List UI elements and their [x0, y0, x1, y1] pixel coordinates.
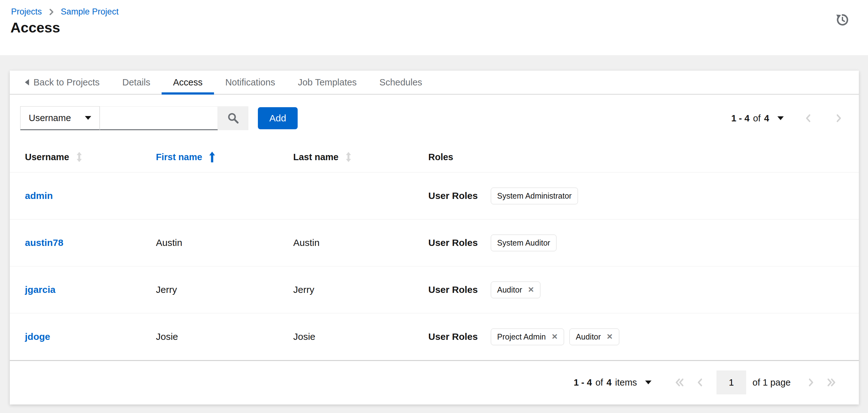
app-root: Projects Sample Project Access Back to P…	[0, 0, 868, 413]
current-page-input[interactable]	[716, 371, 746, 394]
tab-back-label: Back to Projects	[33, 77, 100, 88]
per-page-caret-icon[interactable]	[777, 116, 784, 120]
content-card: Back to Projects Details Access Notifica…	[10, 71, 859, 405]
page-title: Access	[10, 20, 60, 36]
role-chip: Auditor ✕	[491, 281, 540, 298]
footer-pagination-range: 1 - 4	[574, 377, 592, 388]
breadcrumb-link-projects[interactable]: Projects	[11, 7, 42, 17]
table-row: jdoge Josie Josie User Roles Project Adm…	[10, 313, 859, 360]
column-header-username[interactable]: Username	[25, 151, 156, 163]
role-category-label: User Roles	[428, 191, 491, 201]
sort-ascending-icon[interactable]	[209, 151, 216, 163]
tab-bar: Back to Projects Details Access Notifica…	[10, 71, 859, 95]
remove-role-icon[interactable]: ✕	[551, 333, 558, 341]
search-input[interactable]	[100, 106, 218, 130]
footer-pagination-summary: 1 - 4 of 4 items	[574, 377, 637, 388]
sort-updown-icon[interactable]	[345, 151, 352, 163]
prev-page-button[interactable]	[793, 112, 824, 124]
search-button[interactable]	[218, 106, 248, 130]
last-name-cell: Josie	[293, 331, 428, 342]
tab-job-templates[interactable]: Job Templates	[287, 71, 368, 94]
table-footer: 1 - 4 of 4 items of 1 page	[10, 360, 859, 404]
first-name-cell: Josie	[156, 331, 293, 342]
column-header-last-name[interactable]: Last name	[293, 151, 428, 163]
role-chip: Auditor ✕	[569, 329, 619, 345]
next-page-button[interactable]	[801, 377, 821, 388]
first-name-cell: Austin	[156, 237, 293, 248]
user-link-jdoge[interactable]: jdoge	[25, 331, 50, 342]
tab-schedules[interactable]: Schedules	[368, 71, 433, 94]
top-pagination-summary: 1 - 4 of 4	[731, 113, 769, 124]
column-header-roles: Roles	[428, 152, 859, 162]
breadcrumb: Projects Sample Project	[11, 7, 119, 17]
roles-cell: User Roles System Auditor	[428, 235, 859, 251]
top-pagination: 1 - 4 of 4	[731, 112, 854, 124]
role-category-label: User Roles	[428, 237, 491, 248]
filter-type-value: Username	[29, 113, 71, 123]
items-per-page-caret-icon[interactable]	[645, 381, 651, 384]
first-name-cell: Jerry	[156, 284, 293, 295]
remove-role-icon[interactable]: ✕	[607, 333, 613, 341]
tab-back-to-projects[interactable]: Back to Projects	[13, 71, 111, 94]
last-page-button[interactable]	[821, 377, 841, 388]
tab-access[interactable]: Access	[162, 71, 214, 94]
first-page-button[interactable]	[670, 377, 690, 388]
top-pagination-of: of	[753, 113, 761, 124]
sort-updown-icon[interactable]	[75, 151, 83, 163]
history-button[interactable]	[835, 12, 850, 27]
footer-pagination-total: 4	[607, 377, 612, 388]
tab-notifications[interactable]: Notifications	[214, 71, 287, 94]
next-page-button[interactable]	[824, 112, 854, 124]
toolbar: Username Add 1 - 4 of	[10, 95, 859, 142]
page-header: Projects Sample Project Access	[0, 0, 868, 55]
table-row: jgarcia Jerry Jerry User Roles Auditor ✕	[10, 266, 859, 313]
table-row: admin User Roles System Administrator	[10, 172, 859, 219]
user-link-jgarcia[interactable]: jgarcia	[25, 284, 56, 295]
table-row: austin78 Austin Austin User Roles System…	[10, 219, 859, 266]
role-category-label: User Roles	[428, 331, 491, 342]
column-header-first-name[interactable]: First name	[156, 151, 293, 163]
roles-cell: User Roles Project Admin ✕ Auditor ✕	[428, 329, 859, 345]
last-name-cell: Jerry	[293, 284, 428, 295]
search-icon	[227, 112, 240, 125]
add-button[interactable]: Add	[258, 107, 298, 129]
search-group: Username	[20, 106, 248, 130]
role-chip: System Auditor	[491, 235, 556, 251]
chevron-down-icon	[85, 116, 91, 120]
user-link-austin78[interactable]: austin78	[25, 237, 63, 248]
breadcrumb-separator-icon	[49, 8, 54, 16]
top-pagination-total: 4	[764, 113, 769, 124]
user-link-admin[interactable]: admin	[25, 191, 53, 201]
top-pagination-range: 1 - 4	[731, 113, 750, 124]
roles-cell: User Roles System Administrator	[428, 187, 859, 204]
footer-pagination-items: items	[615, 377, 637, 388]
last-name-cell: Austin	[293, 237, 428, 248]
tab-details[interactable]: Details	[111, 71, 162, 94]
remove-role-icon[interactable]: ✕	[528, 286, 534, 294]
back-arrow-icon	[25, 79, 29, 85]
breadcrumb-link-sample-project[interactable]: Sample Project	[61, 7, 119, 17]
footer-pagination-of: of	[595, 377, 603, 388]
history-icon	[835, 23, 850, 28]
role-chip: System Administrator	[491, 187, 578, 204]
roles-cell: User Roles Auditor ✕	[428, 281, 859, 298]
filter-type-select[interactable]: Username	[20, 106, 100, 130]
page-count-label: of 1 page	[752, 377, 791, 388]
previous-page-button[interactable]	[690, 377, 710, 388]
role-chip: Project Admin ✕	[491, 329, 564, 345]
table-header: Username First name	[10, 142, 859, 172]
role-category-label: User Roles	[428, 284, 491, 295]
